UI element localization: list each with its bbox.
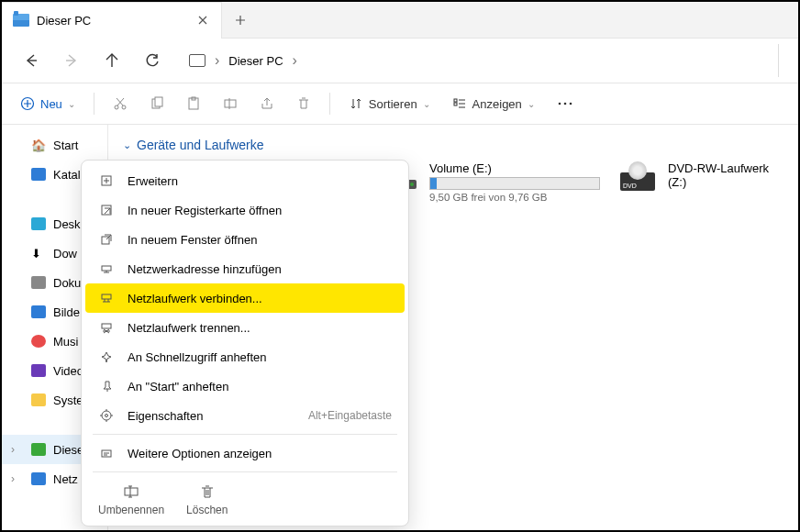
drive-volume-e[interactable]: Volume (E:) 9,50 GB frei von 9,76 GB xyxy=(380,161,600,203)
expand-icon xyxy=(98,172,115,189)
up-button[interactable] xyxy=(94,44,130,77)
netadd-icon xyxy=(98,260,115,277)
dvd-icon xyxy=(618,161,659,194)
ctx-add-network-location[interactable]: Netzwerkadresse hinzufügen xyxy=(85,254,405,283)
newtab-icon xyxy=(98,202,115,218)
this-pc-icon xyxy=(13,14,29,27)
sidebar-label: Netz xyxy=(53,472,78,486)
address-bar[interactable]: › Dieser PC › xyxy=(182,44,774,77)
sort-icon xyxy=(349,96,363,111)
ctx-rename-button[interactable]: Umbenennen xyxy=(98,482,164,516)
breadcrumb-location[interactable]: Dieser PC xyxy=(228,54,283,68)
ctx-delete-button[interactable]: Löschen xyxy=(186,482,228,516)
capacity-bar xyxy=(429,177,600,190)
toolbar: Neu ⌄ Sortieren ⌄ Anzeigen ⌄ xyxy=(2,83,798,125)
drive-dvd-z[interactable]: DVD-RW-Laufwerk (Z:) xyxy=(618,161,783,203)
plus-icon xyxy=(234,14,247,27)
ctx-more-options[interactable]: Weitere Optionen anzeigen xyxy=(85,438,405,468)
share-button[interactable] xyxy=(252,87,282,120)
ctx-label: Erweitern xyxy=(128,174,392,188)
chevron-down-icon: ⌄ xyxy=(68,99,75,109)
ctx-label: An "Start" anheften xyxy=(128,380,392,393)
new-plus-icon xyxy=(20,96,35,111)
ctx-properties[interactable]: EigenschaftenAlt+Eingabetaste xyxy=(85,401,405,430)
music-icon xyxy=(31,335,46,348)
separator xyxy=(93,471,397,472)
rename-button[interactable] xyxy=(216,87,245,120)
refresh-button[interactable] xyxy=(134,44,171,77)
svg-point-11 xyxy=(564,103,567,105)
ctx-label: Netzlaufwerk trennen... xyxy=(128,321,392,335)
ctx-label: Eigenschaften xyxy=(128,409,295,423)
chevron-right-icon[interactable]: › xyxy=(293,52,297,69)
sidebar-label: Video xyxy=(53,364,83,378)
cut-icon xyxy=(113,96,128,111)
forward-button[interactable] xyxy=(53,44,90,77)
new-button[interactable]: Neu ⌄ xyxy=(13,87,83,120)
this-pc-icon xyxy=(31,443,46,456)
copy-button[interactable] xyxy=(142,87,172,120)
view-icon xyxy=(452,96,467,111)
ctx-disconnect-network-drive[interactable]: Netzlaufwerk trennen... xyxy=(85,313,405,342)
new-tab-button[interactable] xyxy=(222,2,259,39)
sidebar-label: Start xyxy=(53,139,78,152)
tab-this-pc[interactable]: Dieser PC xyxy=(2,2,222,39)
cut-button[interactable] xyxy=(106,87,135,120)
sidebar-label: Syste xyxy=(53,393,83,407)
ctx-map-network-drive[interactable]: Netzlaufwerk verbinden... xyxy=(85,283,405,313)
drive-status: 9,50 GB frei von 9,76 GB xyxy=(429,192,600,203)
more-icon xyxy=(98,445,115,461)
view-button[interactable]: Anzeigen ⌄ xyxy=(445,87,542,120)
delete-button[interactable] xyxy=(289,87,318,120)
sort-label: Sortieren xyxy=(369,97,417,111)
paste-button[interactable] xyxy=(179,87,208,120)
ctx-bottom-label: Löschen xyxy=(186,504,228,516)
sort-button[interactable]: Sortieren ⌄ xyxy=(341,87,438,120)
sidebar-label: Doku xyxy=(53,276,81,290)
sidebar-label: Musi xyxy=(53,335,78,349)
svg-point-2 xyxy=(122,105,126,109)
gallery-icon xyxy=(31,168,46,181)
svg-rect-8 xyxy=(454,99,457,102)
more-button[interactable] xyxy=(550,87,581,120)
folder-icon xyxy=(31,393,46,406)
ctx-expand[interactable]: Erweitern xyxy=(85,166,405,195)
svg-point-1 xyxy=(115,105,118,109)
ctx-label: Weitere Optionen anzeigen xyxy=(128,447,392,460)
section-header-devices[interactable]: ⌄ Geräte und Laufwerke xyxy=(123,132,783,158)
svg-rect-22 xyxy=(125,488,138,495)
network-icon xyxy=(31,472,46,485)
refresh-icon xyxy=(144,52,161,69)
new-label: Neu xyxy=(40,97,62,111)
sidebar-item-home[interactable]: 🏠Start xyxy=(2,130,107,160)
back-button[interactable] xyxy=(13,44,50,77)
ctx-pin-start[interactable]: An "Start" anheften xyxy=(85,371,405,401)
ellipsis-icon xyxy=(557,102,573,105)
chevron-right-icon[interactable]: › xyxy=(11,443,15,456)
section-title: Geräte und Laufwerke xyxy=(137,138,264,152)
ctx-open-new-window[interactable]: In neuem Fenster öffnen xyxy=(85,225,405,254)
svg-rect-16 xyxy=(102,266,111,271)
ctx-pin-quick-access[interactable]: An Schnellzugriff anheften xyxy=(85,342,405,371)
ctx-label: Netzlaufwerk verbinden... xyxy=(128,292,392,305)
arrow-up-icon xyxy=(104,52,120,69)
netdisc-icon xyxy=(98,319,115,336)
sidebar-label: Dow xyxy=(53,247,77,260)
copy-icon xyxy=(150,96,164,111)
rename-icon xyxy=(121,482,141,502)
netmap-icon xyxy=(98,290,115,306)
sidebar-label: Katal xyxy=(53,168,81,182)
tab-close-button[interactable] xyxy=(195,13,210,28)
chevron-down-icon: ⌄ xyxy=(423,99,430,109)
separator xyxy=(94,93,94,115)
close-icon xyxy=(197,15,208,26)
ctx-open-new-tab[interactable]: In neuer Registerkarte öffnen xyxy=(85,195,405,225)
separator xyxy=(329,93,330,115)
svg-rect-7 xyxy=(225,100,236,107)
chevron-down-icon: ⌄ xyxy=(528,99,535,109)
ctx-shortcut: Alt+Eingabetaste xyxy=(308,409,392,422)
svg-rect-4 xyxy=(155,97,162,106)
svg-point-19 xyxy=(102,411,111,420)
nav-bar: › Dieser PC › xyxy=(2,39,798,83)
chevron-right-icon[interactable]: › xyxy=(11,472,15,485)
